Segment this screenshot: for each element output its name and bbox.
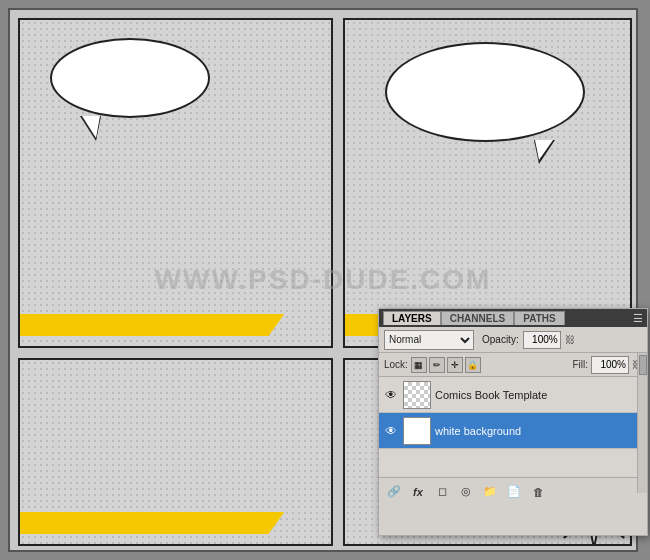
layers-footer: 🔗 fx ◻ ◎ 📁 📄 🗑 (379, 477, 647, 505)
add-mask-icon[interactable]: ◻ (433, 483, 451, 501)
panel-top-left (18, 18, 333, 348)
lock-label: Lock: (384, 359, 408, 370)
blend-mode-select[interactable]: Normal (384, 330, 474, 350)
opacity-input[interactable] (523, 331, 561, 349)
opacity-toolbar: Normal Opacity: ⛓ (379, 327, 647, 353)
layer-thumb-comics (403, 381, 431, 409)
tabs-area: LAYERS CHANNELS PATHS (383, 311, 633, 325)
panel-bottom-left (18, 358, 333, 546)
panel-top-right (343, 18, 632, 348)
lock-move-btn[interactable]: ✛ (447, 357, 463, 373)
tab-layers[interactable]: LAYERS (383, 311, 441, 325)
layers-list: 👁 Comics Book Template 👁 white backgroun… (379, 377, 647, 477)
lock-paint-btn[interactable]: ✏ (429, 357, 445, 373)
adjustment-icon[interactable]: ◎ (457, 483, 475, 501)
layer-row-background[interactable]: 👁 white background (379, 413, 647, 449)
watermark: WWW.PSD-DUDE.COM (155, 264, 492, 296)
lock-fill-toolbar: Lock: ▦ ✏ ✛ 🔒 Fill: ⛓ (379, 353, 647, 377)
lock-all-btn[interactable]: 🔒 (465, 357, 481, 373)
lock-transparent-btn[interactable]: ▦ (411, 357, 427, 373)
scroll-bar[interactable] (637, 353, 647, 493)
layer-thumb-background (403, 417, 431, 445)
tab-channels[interactable]: CHANNELS (441, 311, 515, 325)
layers-panel: LAYERS CHANNELS PATHS ☰ Normal Opacity: … (378, 308, 648, 536)
fx-icon[interactable]: fx (409, 483, 427, 501)
layer-name-comics: Comics Book Template (435, 389, 643, 401)
layer-name-background: white background (435, 425, 643, 437)
fill-input[interactable] (591, 356, 629, 374)
new-layer-icon[interactable]: 📄 (505, 483, 523, 501)
panel-menu-icon[interactable]: ☰ (633, 312, 643, 325)
canvas-area: WWW.PSD-DUDE.COM LAYERS CHANNELS PATHS ☰… (8, 8, 638, 552)
chain-icon: ⛓ (565, 334, 575, 345)
new-group-icon[interactable]: 📁 (481, 483, 499, 501)
yellow-bar-tl (20, 314, 284, 336)
layer-row-comics[interactable]: 👁 Comics Book Template (379, 377, 647, 413)
speech-bubble-right (385, 42, 585, 142)
speech-bubble-left (50, 38, 210, 118)
visibility-icon-background[interactable]: 👁 (383, 423, 399, 439)
panel-titlebar: LAYERS CHANNELS PATHS ☰ (379, 309, 647, 327)
lock-icons-group: ▦ ✏ ✛ 🔒 (411, 357, 481, 373)
link-layers-icon[interactable]: 🔗 (385, 483, 403, 501)
tab-paths[interactable]: PATHS (514, 311, 564, 325)
delete-layer-icon[interactable]: 🗑 (529, 483, 547, 501)
yellow-bar-bl (20, 512, 284, 534)
scroll-thumb[interactable] (639, 355, 647, 375)
fill-label: Fill: (572, 359, 588, 370)
opacity-label: Opacity: (482, 334, 519, 345)
visibility-icon-comics[interactable]: 👁 (383, 387, 399, 403)
